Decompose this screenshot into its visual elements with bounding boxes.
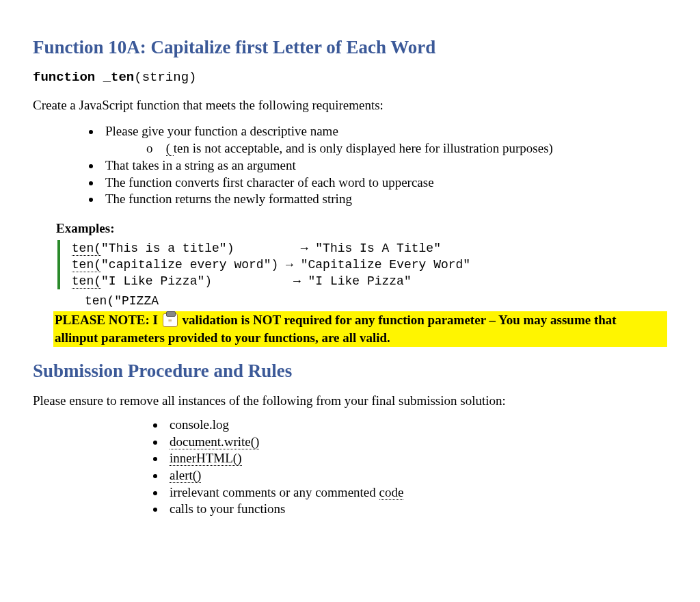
examples-code: ten("This is a title") → "This Is A Titl…: [57, 240, 667, 290]
req-sub-item: ( ten is not acceptable, and is only dis…: [153, 140, 667, 157]
example-call-1: ten(: [72, 241, 101, 256]
remove-item-documentwrite: document.write(): [165, 434, 667, 451]
remove-item-comments-u: code: [379, 485, 404, 500]
req-sub-body: ten is not acceptable, and is only displ…: [174, 141, 553, 155]
function-signature: function _ten(string): [33, 69, 667, 86]
requirements-list: Please give your function a descriptive …: [33, 123, 667, 207]
intro-submission: Please ensure to remove all instances of…: [33, 393, 667, 410]
remove-item-console: console.log: [165, 417, 667, 434]
examples-section: Examples: ten("This is a title") → "This…: [56, 220, 667, 310]
example-row-3: ten("I Like Pizza") → "I Like Pizza": [64, 273, 667, 289]
remove-item-documentwrite-text: document.write(): [170, 434, 259, 449]
example-call-3: ten(: [72, 274, 101, 289]
note-mid: validation is NOT required for any funct…: [179, 313, 617, 327]
examples-label: Examples:: [56, 220, 667, 237]
remove-item-comments-pre: irrelevant comments or any commented: [170, 485, 379, 499]
req-item-3: The function converts first character of…: [101, 174, 667, 192]
note-pre: PLEASE NOTE: I: [55, 313, 158, 327]
clipboard-icon: [163, 313, 178, 327]
please-note: PLEASE NOTE: I validation is NOT require…: [53, 311, 667, 347]
example-row-2: ten("capitalize every word") → "Capitali…: [64, 257, 667, 273]
remove-item-calls: calls to your functions: [165, 501, 667, 518]
remove-item-innerhtml-text: innerHTML(): [170, 451, 242, 466]
remove-item-alert-text: alert(): [170, 468, 201, 483]
note-line2: allinput parameters provided to your fun…: [55, 330, 390, 345]
remove-item-alert: alert(): [165, 467, 667, 484]
arrow-icon: →: [293, 274, 308, 288]
example-arg-2: "capitalize every word"): [101, 258, 278, 272]
example-row-1: ten("This is a title") → "This Is A Titl…: [64, 240, 667, 257]
example-call-2: ten(: [72, 258, 101, 272]
arrow-icon: →: [301, 241, 316, 255]
example-pad-2: [278, 258, 286, 272]
req-item-1-text: Please give your function a descriptive …: [105, 124, 338, 138]
example-pad-1: [234, 241, 300, 255]
req-item-2: That takes in a string as an argument: [101, 157, 667, 174]
function-name: _ten: [103, 70, 135, 85]
example-arg-3: "I Like Pizza"): [101, 274, 212, 288]
req-item-4: The function returns the newly formatted…: [101, 191, 667, 208]
req-sub-prefix: (: [166, 141, 174, 156]
req-sub-list: ( ten is not acceptable, and is only dis…: [105, 140, 667, 157]
example-out-1: "This Is A Title": [315, 241, 441, 255]
intro-text: Create a JavaScript function that meets …: [33, 97, 667, 114]
remove-item-comments: irrelevant comments or any commented cod…: [165, 484, 667, 501]
example-arg-1: "This is a title"): [101, 241, 234, 255]
example-trailing: ten("PIZZA: [85, 293, 667, 309]
remove-list: console.log document.write() innerHTML()…: [33, 417, 667, 518]
heading-function-10a: Function 10A: Capitalize first Letter of…: [33, 36, 667, 60]
function-params: (string): [134, 70, 196, 85]
keyword-function: function: [33, 70, 103, 85]
arrow-icon: →: [286, 258, 301, 272]
example-pad-3: [212, 274, 293, 288]
example-out-2: "Capitalize Every Word": [301, 258, 470, 272]
heading-submission: Submission Procedure and Rules: [33, 359, 667, 383]
remove-item-innerhtml: innerHTML(): [165, 450, 667, 467]
example-out-3: "I Like Pizza": [308, 274, 412, 288]
req-item-1: Please give your function a descriptive …: [101, 123, 667, 157]
